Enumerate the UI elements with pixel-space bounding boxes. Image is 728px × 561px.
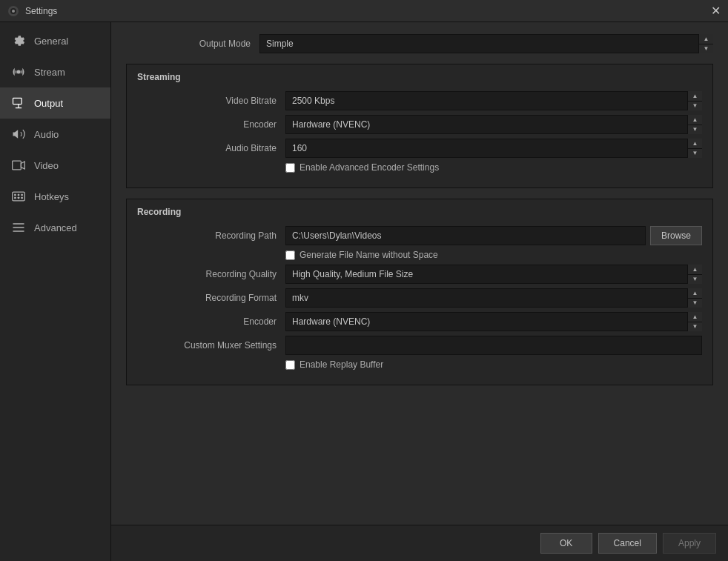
cancel-button[interactable]: Cancel xyxy=(598,533,657,554)
recording-title: Recording xyxy=(137,207,702,217)
streaming-encoder-up[interactable]: ▲ xyxy=(688,115,702,125)
recording-encoder-control: Hardware (NVENC) ▲ ▼ xyxy=(285,312,702,331)
recording-path-input[interactable] xyxy=(285,226,646,245)
audio-bitrate-select[interactable]: 160 xyxy=(285,139,702,158)
recording-encoder-up[interactable]: ▲ xyxy=(688,312,702,322)
custom-muxer-row: Custom Muxer Settings xyxy=(137,336,702,355)
sidebar-item-stream-label: Stream xyxy=(34,67,65,78)
titlebar-left: Settings xyxy=(7,5,57,17)
sidebar-item-advanced[interactable]: Advanced xyxy=(0,212,110,243)
recording-quality-spinners: ▲ ▼ xyxy=(687,265,702,284)
audio-bitrate-spinners: ▲ ▼ xyxy=(687,139,702,158)
sidebar-item-output-label: Output xyxy=(34,98,63,109)
advanced-encoder-label[interactable]: Enable Advanced Encoder Settings xyxy=(300,162,439,173)
svg-rect-9 xyxy=(21,194,23,196)
video-icon xyxy=(10,157,27,173)
recording-quality-select[interactable]: High Quality, Medium File Size xyxy=(285,265,702,284)
streaming-encoder-down[interactable]: ▼ xyxy=(688,125,702,135)
sidebar-item-audio-label: Audio xyxy=(34,129,59,140)
app-icon xyxy=(7,5,19,17)
generate-filename-label[interactable]: Generate File Name without Space xyxy=(300,250,438,260)
output-icon xyxy=(10,95,27,111)
video-bitrate-spinners: ▲ ▼ xyxy=(687,91,702,110)
streaming-encoder-spinners: ▲ ▼ xyxy=(687,115,702,134)
recording-format-control: mkv mp4 flv ▲ ▼ xyxy=(285,288,702,308)
svg-rect-4 xyxy=(13,98,22,104)
output-mode-control: Simple Advanced ▲ ▼ xyxy=(259,34,713,53)
sidebar-item-hotkeys[interactable]: Hotkeys xyxy=(0,181,110,212)
streaming-encoder-row: Encoder Hardware (NVENC) ▲ ▼ xyxy=(137,115,702,134)
recording-encoder-down[interactable]: ▼ xyxy=(688,322,702,332)
advanced-icon xyxy=(10,219,27,236)
recording-encoder-select[interactable]: Hardware (NVENC) xyxy=(285,312,702,331)
recording-encoder-row: Encoder Hardware (NVENC) ▲ ▼ xyxy=(137,312,702,331)
advanced-encoder-checkbox[interactable] xyxy=(285,163,295,173)
generate-filename-checkbox[interactable] xyxy=(285,250,295,260)
replay-buffer-label[interactable]: Enable Replay Buffer xyxy=(300,359,383,370)
close-button[interactable]: ✕ xyxy=(711,5,721,17)
audio-bitrate-control: 160 ▲ ▼ xyxy=(285,139,702,158)
replay-buffer-checkbox[interactable] xyxy=(285,360,295,370)
recording-format-down[interactable]: ▼ xyxy=(688,299,702,308)
sidebar-item-general[interactable]: General xyxy=(0,25,110,56)
audio-bitrate-up[interactable]: ▲ xyxy=(688,139,702,149)
output-mode-row: Output Mode Simple Advanced ▲ ▼ xyxy=(126,34,713,53)
main-layout: General Stream Output Audio xyxy=(0,22,728,561)
recording-path-label: Recording Path xyxy=(137,230,285,241)
sidebar-item-video[interactable]: Video xyxy=(0,150,110,181)
svg-point-2 xyxy=(12,10,15,13)
hotkeys-icon xyxy=(10,188,27,205)
recording-quality-label: Recording Quality xyxy=(137,269,285,279)
svg-rect-8 xyxy=(18,194,20,196)
footer: OK Cancel Apply xyxy=(111,525,728,561)
apply-button[interactable]: Apply xyxy=(663,533,716,554)
streaming-encoder-select[interactable]: Hardware (NVENC) xyxy=(285,115,702,134)
browse-button[interactable]: Browse xyxy=(650,226,702,245)
sidebar-item-stream[interactable]: Stream xyxy=(0,56,110,87)
streaming-section: Streaming Video Bitrate 2500 Kbps ▲ ▼ xyxy=(126,64,713,188)
titlebar-title: Settings xyxy=(25,6,57,16)
audio-bitrate-row: Audio Bitrate 160 ▲ ▼ xyxy=(137,139,702,158)
video-bitrate-row: Video Bitrate 2500 Kbps ▲ ▼ xyxy=(137,91,702,110)
output-mode-select[interactable]: Simple Advanced xyxy=(259,34,713,53)
recording-encoder-label: Encoder xyxy=(137,316,285,327)
recording-format-up[interactable]: ▲ xyxy=(688,288,702,299)
sidebar-item-hotkeys-label: Hotkeys xyxy=(34,191,69,202)
sidebar-item-audio[interactable]: Audio xyxy=(0,119,110,150)
output-mode-spinners: ▲ ▼ xyxy=(698,34,713,53)
recording-format-select[interactable]: mkv mp4 flv xyxy=(285,288,702,308)
svg-rect-12 xyxy=(21,197,23,199)
recording-path-row: Recording Path Browse xyxy=(137,226,702,245)
sidebar-item-output[interactable]: Output xyxy=(0,87,110,119)
recording-quality-up[interactable]: ▲ xyxy=(688,265,702,275)
video-bitrate-select[interactable]: 2500 Kbps xyxy=(285,91,702,110)
generate-filename-row: Generate File Name without Space xyxy=(137,250,702,260)
output-mode-down[interactable]: ▼ xyxy=(699,44,713,54)
titlebar: Settings ✕ xyxy=(0,0,728,22)
custom-muxer-label: Custom Muxer Settings xyxy=(137,340,285,351)
streaming-encoder-control: Hardware (NVENC) ▲ ▼ xyxy=(285,115,702,134)
video-bitrate-up[interactable]: ▲ xyxy=(688,91,702,102)
output-mode-up[interactable]: ▲ xyxy=(699,34,713,44)
recording-quality-row: Recording Quality High Quality, Medium F… xyxy=(137,265,702,284)
ok-button[interactable]: OK xyxy=(540,533,592,554)
audio-bitrate-label: Audio Bitrate xyxy=(137,143,285,153)
sidebar-item-video-label: Video xyxy=(34,160,59,171)
recording-format-label: Recording Format xyxy=(137,293,285,303)
content-scroll[interactable]: Output Mode Simple Advanced ▲ ▼ Streamin… xyxy=(111,22,728,525)
custom-muxer-control xyxy=(285,336,702,355)
sidebar: General Stream Output Audio xyxy=(0,22,111,561)
audio-bitrate-down[interactable]: ▼ xyxy=(688,149,702,159)
content-area: Output Mode Simple Advanced ▲ ▼ Streamin… xyxy=(111,22,728,561)
advanced-encoder-row: Enable Advanced Encoder Settings xyxy=(137,162,702,173)
svg-rect-5 xyxy=(13,161,21,170)
output-mode-label: Output Mode xyxy=(126,39,259,49)
custom-muxer-input[interactable] xyxy=(285,336,702,355)
svg-point-3 xyxy=(17,70,21,74)
svg-rect-11 xyxy=(18,197,20,199)
recording-quality-down[interactable]: ▼ xyxy=(688,275,702,285)
recording-format-spinners: ▲ ▼ xyxy=(687,288,702,308)
stream-icon xyxy=(10,64,27,80)
svg-rect-6 xyxy=(13,192,25,201)
video-bitrate-down[interactable]: ▼ xyxy=(688,102,702,111)
